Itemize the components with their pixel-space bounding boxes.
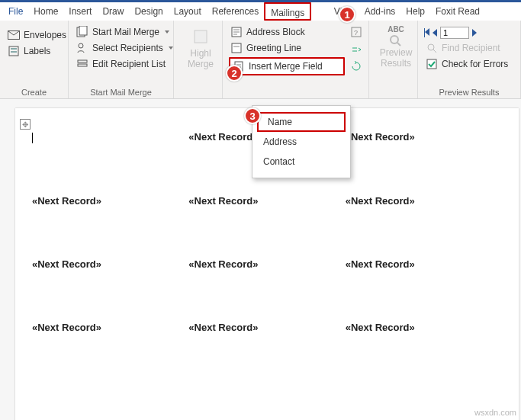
greeting-line-button[interactable]: Greeting Line xyxy=(229,41,345,55)
group-preview-results-label: Preview Results xyxy=(424,86,514,97)
start-mail-merge-label: Start Mail Merge xyxy=(92,27,159,37)
preview-label2: Results xyxy=(381,58,411,69)
prev-record-button[interactable] xyxy=(433,29,437,37)
menu-addins[interactable]: Add-ins xyxy=(359,2,401,21)
match-fields-button[interactable] xyxy=(349,43,363,57)
start-mail-merge-button[interactable]: Start Mail Merge xyxy=(75,25,167,39)
envelopes-label: Envelopes xyxy=(24,30,66,40)
svg-point-23 xyxy=(428,44,434,50)
find-recipient-icon xyxy=(426,42,438,54)
labels-button[interactable]: Labels xyxy=(6,44,62,58)
label-cell[interactable]: «Next Record» xyxy=(346,131,502,143)
label-cell[interactable]: «Next Record» xyxy=(188,322,345,333)
table-anchor-icon[interactable]: ✥ xyxy=(20,119,31,130)
menu-design[interactable]: Design xyxy=(129,2,168,21)
menu-file[interactable]: File xyxy=(3,2,28,21)
label-cell[interactable]: «Next Record» xyxy=(32,195,188,207)
group-preview-results: Find Recipient Check for Errors Preview … xyxy=(418,21,521,98)
record-number-input[interactable] xyxy=(440,27,469,39)
highlight-label1: Highl xyxy=(190,48,211,59)
merge-field-name[interactable]: Name xyxy=(257,112,346,132)
menu-foxit[interactable]: Foxit Read xyxy=(430,2,485,21)
group-insert-fields: Address Block Greeting Line Insert Merge… xyxy=(223,21,345,98)
group-start-mail-merge: Start Mail Merge Select Recipients Edit … xyxy=(69,21,174,98)
chevron-down-icon xyxy=(165,30,169,34)
insert-merge-field-label: Insert Merge Field xyxy=(249,61,323,72)
labels-icon xyxy=(8,45,20,57)
svg-rect-9 xyxy=(195,30,207,43)
callout-2: 2 xyxy=(226,65,243,82)
address-block-button[interactable]: Address Block xyxy=(229,25,345,39)
group-create-label: Create xyxy=(6,86,62,97)
menu-home[interactable]: Home xyxy=(28,2,63,21)
next-record-button[interactable] xyxy=(472,29,477,37)
svg-rect-5 xyxy=(79,26,87,35)
label-cell-cursor[interactable] xyxy=(32,131,188,143)
label-cell[interactable]: «Next Record» xyxy=(346,195,502,207)
menu-layout[interactable]: Layout xyxy=(169,2,207,21)
menu-insert[interactable]: Insert xyxy=(63,2,97,21)
group-highlight-label xyxy=(180,86,216,97)
label-cell[interactable]: «Next Record» xyxy=(188,195,345,207)
label-cell[interactable]: «Next Record» xyxy=(188,258,345,270)
svg-line-22 xyxy=(397,43,400,46)
menu-mailings[interactable]: Mailings xyxy=(264,2,311,21)
group-insertfields-label xyxy=(229,86,345,97)
find-recipient-button[interactable]: Find Recipient xyxy=(424,41,514,55)
merge-field-contact[interactable]: Contact xyxy=(252,152,350,172)
select-recipients-icon xyxy=(76,42,88,54)
label-cell[interactable]: «Next Record» xyxy=(32,322,188,333)
svg-rect-25 xyxy=(427,59,436,69)
edit-recipient-list-button[interactable]: Edit Recipient List xyxy=(75,57,167,71)
insert-merge-field-button[interactable]: Insert Merge Field xyxy=(229,57,345,75)
check-errors-icon xyxy=(426,58,438,70)
edit-recipient-list-label: Edit Recipient List xyxy=(92,59,166,69)
svg-rect-14 xyxy=(232,43,241,53)
label-cell[interactable]: «Next Record» xyxy=(32,258,188,270)
svg-text:?: ? xyxy=(354,29,358,37)
edit-recipient-list-icon xyxy=(76,58,88,70)
highlight-label2: Merge xyxy=(188,59,214,69)
check-for-errors-button[interactable]: Check for Errors xyxy=(424,57,514,71)
first-record-button[interactable] xyxy=(424,28,429,37)
label-cell[interactable]: «Next Record» xyxy=(346,258,502,270)
label-cell[interactable]: «Next Record» xyxy=(346,322,502,333)
menu-help[interactable]: Help xyxy=(400,2,430,21)
select-recipients-button[interactable]: Select Recipients xyxy=(75,41,167,55)
svg-point-21 xyxy=(391,36,398,43)
text-cursor xyxy=(32,133,33,143)
menu-draw[interactable]: Draw xyxy=(97,2,129,21)
watermark: wsxdn.com xyxy=(474,408,516,417)
find-recipient-label: Find Recipient xyxy=(442,43,500,53)
envelopes-button[interactable]: Envelopes xyxy=(6,28,62,42)
envelope-icon xyxy=(8,29,20,41)
menubar: File Home Insert Draw Design Layout Refe… xyxy=(0,2,521,21)
group-create: Envelopes Labels Create xyxy=(0,21,69,98)
labels-label: Labels xyxy=(24,46,50,56)
callout-3: 3 xyxy=(244,107,261,124)
svg-rect-2 xyxy=(11,48,17,50)
address-block-label: Address Block xyxy=(246,27,305,37)
group-startmm-label: Start Mail Merge xyxy=(75,86,167,97)
merge-field-address[interactable]: Address xyxy=(252,132,350,152)
highlight-merge-fields-button: Highl Merge xyxy=(180,24,221,69)
update-labels-button[interactable] xyxy=(349,59,363,73)
highlight-icon xyxy=(191,25,210,48)
abc-icon: ABC xyxy=(388,25,404,34)
menu-mailings-label: Mailings xyxy=(271,8,304,18)
chevron-down-icon xyxy=(169,46,173,50)
greeting-line-label: Greeting Line xyxy=(246,43,301,53)
check-errors-label: Check for Errors xyxy=(442,59,508,69)
svg-rect-8 xyxy=(78,64,87,66)
greeting-line-icon xyxy=(230,42,243,54)
svg-point-6 xyxy=(79,43,83,48)
menu-references[interactable]: References xyxy=(207,2,264,21)
ribbon: Envelopes Labels Create Start Mail Merge xyxy=(0,21,521,99)
address-block-icon xyxy=(230,26,243,38)
record-navigator xyxy=(424,27,514,39)
group-rules: ? xyxy=(345,21,369,98)
preview-results-button[interactable]: ABC Preview Results xyxy=(375,24,416,69)
svg-rect-7 xyxy=(78,60,87,63)
start-mail-merge-icon xyxy=(76,26,88,38)
rules-button[interactable]: ? xyxy=(349,25,363,39)
